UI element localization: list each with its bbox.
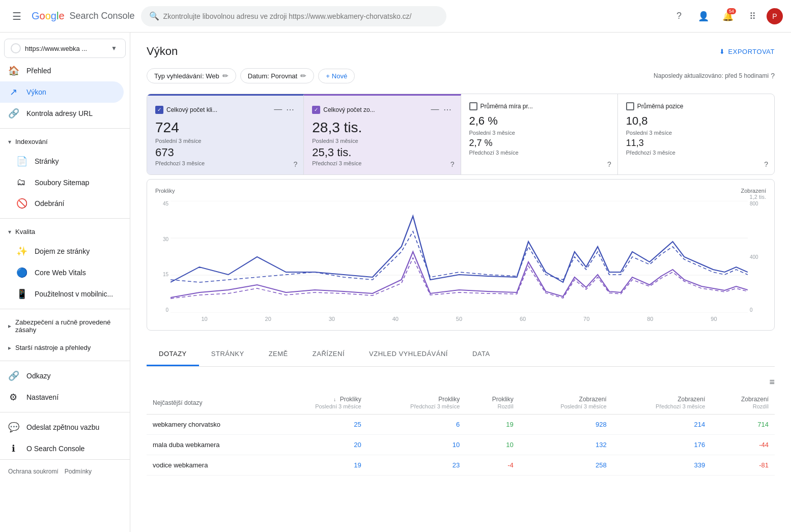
sidebar-item-label: Přehled <box>26 67 51 75</box>
metric-card-zobrazeni[interactable]: ✓ Celkový počet zo... — ⋯ 28,3 tis. Posl… <box>304 94 461 174</box>
metric-checkbox[interactable]: ✓ <box>155 106 163 114</box>
main-content: Výkon ⬇ EXPORTOVAT Typ vyhledávání: Web … <box>130 33 791 532</box>
metric-title: Celkový počet kli... <box>166 106 270 113</box>
sidebar-item-prehled[interactable]: 🏠 Přehled <box>0 60 124 81</box>
page-title: Výkon <box>147 45 178 58</box>
cell-query[interactable]: vodice webkamera <box>147 455 274 476</box>
tab-dotazy[interactable]: DOTAZY <box>147 343 199 366</box>
sidebar-item-dojem[interactable]: ✨ Dojem ze stránky <box>8 241 124 262</box>
more-icon[interactable]: ⋯ <box>285 104 295 115</box>
settings-icon: ⚙ <box>8 392 18 403</box>
data-table: Nejčastější dotazy ↓ Prokliky Poslední 3… <box>147 392 775 476</box>
metric-compare: 11,3 <box>626 138 766 149</box>
tab-stranky[interactable]: STRÁNKY <box>199 343 257 366</box>
export-button[interactable]: ⬇ EXPORTOVAT <box>719 48 775 55</box>
section-label: Starší nástroje a přehledy <box>15 344 91 351</box>
kvalita-section[interactable]: ▾ Kvalita <box>0 223 130 241</box>
sidebar-item-odkazy[interactable]: 🔗 Odkazy <box>0 365 124 387</box>
cell-query[interactable]: webkamery chorvatsko <box>147 415 274 435</box>
table-filter-icon[interactable]: ≡ <box>769 377 775 388</box>
feedback-icon: 💬 <box>8 422 18 433</box>
sidebar-item-nastaveni[interactable]: ⚙ Nastavení <box>0 387 124 408</box>
sidebar-item-odebrani[interactable]: 🚫 Odebrání <box>8 193 124 214</box>
tab-zeme[interactable]: ZEMĚ <box>257 343 300 366</box>
search-bar[interactable]: 🔍 <box>141 6 446 26</box>
chart-x-90: 90 <box>711 316 717 322</box>
metric-period: Poslední 3 měsíce <box>469 130 609 136</box>
metric-checkbox[interactable]: ✓ <box>312 106 320 114</box>
search-input[interactable] <box>163 12 438 20</box>
chart-x-axis: 10 20 30 40 50 60 70 80 90 <box>155 316 766 322</box>
avatar[interactable]: P <box>767 8 783 24</box>
minus-icon[interactable]: — <box>273 104 283 115</box>
cell-views-prev: 214 <box>613 415 712 435</box>
site-url-selector[interactable]: https://www.webka ... ▼ <box>4 39 126 58</box>
help-icon[interactable]: ? <box>771 72 775 80</box>
chart-y-label-right: Zobrazení <box>741 188 766 194</box>
tab-vzhled[interactable]: VZHLED VYHLEDÁVÁNÍ <box>357 343 460 366</box>
zabezpeceni-section[interactable]: ▸ Zabezpečení a ručně provedené zásahy <box>0 313 130 339</box>
terms-link[interactable]: Podmínky <box>65 468 92 475</box>
sidebar-item-label: Odkazy <box>26 372 50 380</box>
metric-checkbox[interactable] <box>469 102 477 110</box>
metric-header: ✓ Celkový počet kli... — ⋯ <box>155 104 295 115</box>
filter-row: Typ vyhledávání: Web ✏ Datum: Porovnat ✏… <box>147 68 775 83</box>
sidebar-item-cwv[interactable]: 🔵 Core Web Vitals <box>8 262 124 283</box>
help-icon[interactable]: ? <box>764 160 768 168</box>
sidebar-divider-2 <box>0 218 130 219</box>
help-icon[interactable]: ? <box>450 160 455 168</box>
accounts-button[interactable]: 👤 <box>693 6 714 26</box>
last-updated: Naposledy aktualizováno: před 5 hodinami… <box>654 72 775 80</box>
sidebar-item-stranky[interactable]: 📄 Stránky <box>8 151 124 172</box>
sidebar-item-feedback[interactable]: 💬 Odeslat zpětnou vazbu <box>0 417 124 438</box>
sidebar-item-kontrola[interactable]: 🔗 Kontrola adresy URL <box>0 103 124 124</box>
sidebar-item-mobilni[interactable]: 📱 Použitelnost v mobilnic... <box>8 283 124 305</box>
download-icon: ⬇ <box>719 48 725 55</box>
add-filter-button[interactable]: + Nové <box>318 69 355 83</box>
help-icon[interactable]: ? <box>607 160 611 168</box>
hamburger-icon[interactable]: ☰ <box>8 6 25 26</box>
chart-x-80: 80 <box>647 316 653 322</box>
add-filter-label: Nové <box>332 72 347 80</box>
col-header-clicks-last[interactable]: ↓ Prokliky Poslední 3 měsíce <box>274 392 368 415</box>
privacy-link[interactable]: Ochrana soukromí <box>8 468 59 475</box>
metric-card-mira[interactable]: Průměrná míra pr... 2,6 % Poslední 3 měs… <box>461 94 618 174</box>
help-button[interactable]: ? <box>669 6 689 26</box>
chart-y-max-right: 1,2 tis. <box>741 194 766 200</box>
col-header-query: Nejčastější dotazy <box>147 392 274 415</box>
sidebar-item-vykon[interactable]: ↗ Výkon <box>0 81 124 103</box>
home-icon: 🏠 <box>8 65 18 76</box>
sidebar-item-label: Odeslat zpětnou vazbu <box>26 423 99 431</box>
sparkle-icon: ✨ <box>16 246 26 257</box>
chart-y-30: 30 <box>163 237 168 242</box>
date-filter[interactable]: Datum: Porovnat ✏ <box>240 68 315 83</box>
notifications-button[interactable]: 🔔 54 <box>718 6 738 26</box>
site-icon <box>11 43 21 53</box>
col-header-clicks-prev: Prokliky Předchozí 3 měsíce <box>368 392 466 415</box>
sidebar-item-sitemap[interactable]: 🗂 Soubory Sitemap <box>8 172 124 193</box>
more-icon[interactable]: ⋯ <box>442 104 453 115</box>
section-label: Zabezpečení a ručně provedené zásahy <box>15 318 122 334</box>
metric-checkbox[interactable] <box>626 102 634 110</box>
starsi-section[interactable]: ▸ Starší nástroje a přehledy <box>0 339 130 357</box>
metric-compare-period: Předchozí 3 měsíce <box>626 150 766 156</box>
col-header-views-diff: Zobrazení Rozdíl <box>711 392 775 415</box>
tab-data[interactable]: DATA <box>460 343 502 366</box>
chevron-icon: ▾ <box>8 138 11 145</box>
search-type-filter[interactable]: Typ vyhledávání: Web ✏ <box>147 68 236 83</box>
sidebar-item-about[interactable]: ℹ O Search Console <box>0 438 124 459</box>
notification-count: 54 <box>727 8 736 14</box>
apps-button[interactable]: ⠿ <box>742 6 762 26</box>
metric-card-pozice[interactable]: Průměrná pozice 10,8 Poslední 3 měsíce 1… <box>618 94 774 174</box>
cell-query[interactable]: mala duba webkamera <box>147 435 274 455</box>
metric-card-kliky[interactable]: ✓ Celkový počet kli... — ⋯ 724 Poslední … <box>147 94 304 174</box>
cell-clicks-prev: 6 <box>368 415 466 435</box>
minus-icon[interactable]: — <box>430 104 440 115</box>
cell-views-diff: -44 <box>711 435 775 455</box>
chevron-down-icon: ▼ <box>111 45 117 52</box>
table-row: mala duba webkamera 20 10 10 132 176 -44 <box>147 435 775 455</box>
indexovani-section[interactable]: ▾ Indexování <box>0 133 130 151</box>
cell-clicks-prev: 10 <box>368 435 466 455</box>
help-icon[interactable]: ? <box>293 160 297 168</box>
tab-zarizeni[interactable]: ZAŘÍZENÍ <box>300 343 357 366</box>
